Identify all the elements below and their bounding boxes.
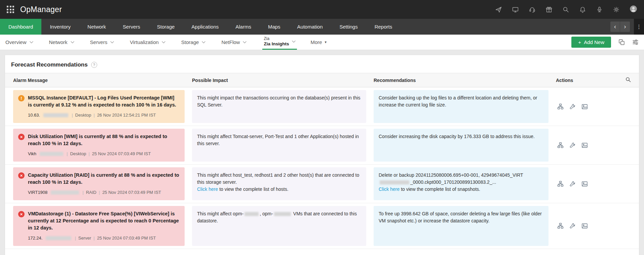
subnav-network[interactable]: Network (49, 35, 74, 50)
device-name[interactable]: VIRT1908 (28, 189, 47, 196)
search-icon (562, 6, 569, 13)
subnav-label: Overview (5, 39, 27, 45)
global-search-button[interactable] (562, 6, 569, 13)
nav-servers[interactable]: Servers (114, 19, 149, 35)
subnav-zia-insights[interactable]: Zia Zia Insights (262, 35, 297, 50)
action-graph-button[interactable] (581, 103, 588, 110)
device-name[interactable]: 10.63. (28, 112, 40, 119)
nav-back-button[interactable]: ‹ (610, 22, 620, 32)
subnav-right: + Add New (571, 35, 639, 50)
apps-grid-icon[interactable] (7, 6, 14, 13)
impact-text: This might affect host_test, redhost1 an… (197, 172, 361, 186)
nav-dashboard[interactable]: Dashboard (0, 19, 41, 35)
redacted-text (380, 180, 409, 184)
alarm-title: MSSQL Instance [DEFAULT] - Log Files Use… (28, 94, 180, 109)
subnav-storage[interactable]: Storage (181, 35, 206, 50)
content: Forecast Recommendations ? Alarm Message… (0, 50, 644, 255)
device-tree-icon (557, 181, 564, 187)
notifications-button[interactable] (579, 6, 586, 13)
nav-storage[interactable]: Storage (149, 19, 183, 35)
action-device-button[interactable] (557, 223, 564, 229)
nav-reports[interactable]: Reports (366, 19, 401, 35)
subnav-overview[interactable]: Overview (5, 35, 33, 50)
separator: | (67, 151, 68, 157)
separator: | (82, 189, 83, 196)
table-search-button[interactable] (626, 77, 631, 83)
remote-support-button[interactable] (529, 6, 536, 13)
action-graph-button[interactable] (581, 223, 588, 229)
separator: | (93, 112, 94, 119)
caret-down-icon: ▾ (325, 40, 327, 44)
nav-automation[interactable]: Automation (289, 19, 331, 35)
gear-icon (613, 6, 620, 13)
separator: | (99, 189, 100, 196)
link-suffix: to view the complete list of hosts. (218, 186, 288, 192)
nav-network[interactable]: Network (79, 19, 114, 35)
chevron-down-icon (162, 41, 165, 44)
add-new-button[interactable]: + Add New (571, 37, 611, 48)
chevron-down-icon (202, 41, 205, 44)
device-name[interactable]: Vikh (28, 151, 36, 157)
nav-alarms[interactable]: Alarms (227, 19, 260, 35)
layout-picker-button[interactable] (618, 39, 625, 45)
nav-settings[interactable]: Settings (331, 19, 366, 35)
row-actions (556, 90, 631, 123)
search-icon (626, 77, 631, 82)
action-troubleshoot-button[interactable] (569, 223, 576, 229)
impact-text: This might impact the transactions occur… (197, 94, 361, 109)
recommendation: Consider increasing the disk capacity by… (374, 129, 548, 162)
click-here-link[interactable]: Click here (197, 186, 218, 192)
action-troubleshoot-button[interactable] (569, 103, 576, 110)
help-icon[interactable]: ? (91, 62, 97, 68)
nav-forward-button[interactable]: › (620, 22, 630, 32)
action-troubleshoot-button[interactable] (569, 142, 576, 148)
click-here-link[interactable]: Click here (379, 186, 400, 192)
subnav-netflow[interactable]: NetFlow (221, 35, 247, 50)
nav-end: ‹ › ⋮ (610, 19, 644, 35)
device-name[interactable]: 172.24. (28, 235, 42, 242)
launch-button[interactable] (495, 6, 502, 13)
alarm-message: ! MSSQL Instance [DEFAULT] - Log Files U… (13, 90, 185, 123)
subnav-label: Virtualization (130, 39, 159, 45)
chevron-down-icon (71, 41, 74, 44)
col-actions: Actions (556, 78, 573, 83)
action-graph-button[interactable] (581, 142, 588, 148)
alarm-meta: 10.63. | Desktop | 26 Nov 2024 12:54:21 … (28, 112, 180, 119)
separator: | (93, 235, 94, 242)
customize-button[interactable] (632, 39, 639, 45)
error-icon: × (18, 211, 25, 217)
action-device-button[interactable] (557, 103, 564, 110)
table-row: × VMDatastorage (1) - Datastore Free Spa… (5, 203, 639, 249)
user-menu-button[interactable] (630, 5, 637, 14)
recommendation-text: Delete or backup 20241125080006.695+00-0… (379, 172, 543, 186)
action-troubleshoot-button[interactable] (569, 181, 576, 187)
rewards-button[interactable] (545, 6, 553, 13)
nav-kebab-button[interactable]: ⋮ (634, 19, 644, 35)
action-graph-button[interactable] (581, 181, 588, 187)
graph-image-icon (581, 103, 588, 110)
redacted-text (40, 152, 63, 156)
nav-maps[interactable]: Maps (260, 19, 289, 35)
nav-applications[interactable]: Applications (183, 19, 227, 35)
row-actions (556, 167, 631, 200)
nav-inventory[interactable]: Inventory (41, 19, 79, 35)
subnav-servers[interactable]: Servers (90, 35, 114, 50)
subnav-more[interactable]: More ▾ (310, 35, 327, 50)
action-device-button[interactable] (557, 142, 564, 148)
chevron-down-icon (30, 41, 33, 44)
broadcast-button[interactable] (596, 6, 603, 13)
main-nav: Dashboard Inventory Network Servers Stor… (0, 19, 644, 35)
subnav-virtualization[interactable]: Virtualization (130, 35, 165, 50)
screen-share-icon (512, 6, 519, 13)
headset-icon (529, 6, 536, 13)
alarm-message: × Disk Utilization [WMI] is currently at… (13, 129, 185, 162)
action-device-button[interactable] (557, 181, 564, 187)
alarm-title: Disk Utilization [WMI] is currently at 8… (28, 133, 180, 147)
table-header: Alarm Message Possible Impact Recommenda… (5, 73, 639, 87)
settings-button[interactable] (613, 6, 620, 13)
page-title: Forecast Recommendations (11, 61, 88, 68)
screen-share-button[interactable] (512, 6, 519, 13)
gift-icon (545, 6, 553, 13)
bell-icon (579, 6, 586, 13)
link-suffix: to view the complete list of snapshots. (400, 186, 480, 192)
